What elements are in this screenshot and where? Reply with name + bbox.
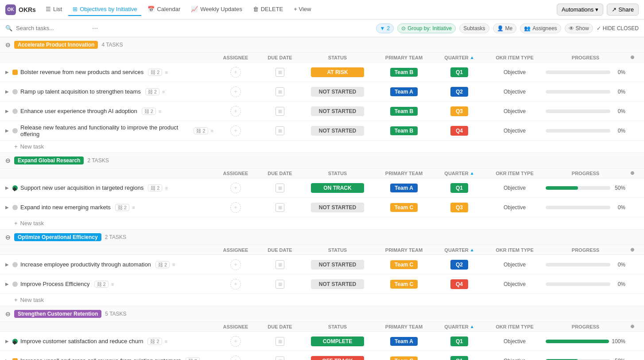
task-menu-icon[interactable]: ≡ bbox=[165, 339, 167, 344]
due-date-picker[interactable]: ▦ bbox=[275, 107, 284, 116]
section-toggle[interactable]: ⊖ bbox=[5, 157, 11, 164]
due-date-picker[interactable]: ▦ bbox=[275, 87, 284, 96]
tab-delete[interactable]: 🗑 DELETE bbox=[248, 3, 288, 16]
quarter-badge[interactable]: Q1 bbox=[450, 67, 468, 77]
due-date-picker[interactable]: ▦ bbox=[275, 68, 284, 77]
task-subtask-count[interactable]: ⛓ 2 bbox=[94, 281, 109, 288]
section-toggle[interactable]: ⊖ bbox=[5, 234, 11, 241]
assignee-avatar[interactable]: + bbox=[230, 86, 241, 97]
team-badge[interactable]: Team A bbox=[390, 337, 418, 346]
quarter-badge[interactable]: Q2 bbox=[450, 260, 468, 270]
team-badge[interactable]: Team A bbox=[390, 87, 418, 96]
status-badge[interactable]: ON TRACK bbox=[311, 183, 364, 193]
task-subtask-count[interactable]: ⛓ 2 bbox=[194, 127, 208, 134]
due-date-picker[interactable]: ▦ bbox=[275, 203, 284, 212]
team-badge[interactable]: Team A bbox=[390, 184, 418, 192]
expand-arrow[interactable]: ▶ bbox=[5, 339, 9, 344]
task-menu-icon[interactable]: ≡ bbox=[111, 282, 114, 287]
task-subtask-count[interactable]: ⛓ 2 bbox=[147, 338, 162, 345]
task-subtask-count[interactable]: ⛓ 2 bbox=[148, 184, 162, 192]
assignee-avatar[interactable]: + bbox=[230, 67, 241, 78]
status-badge[interactable]: NOT STARTED bbox=[311, 87, 364, 97]
assignee-avatar[interactable]: + bbox=[230, 106, 241, 117]
status-badge[interactable]: NOT STARTED bbox=[311, 260, 364, 270]
col-add[interactable]: ⊕ bbox=[625, 247, 639, 253]
quarter-badge[interactable]: Q3 bbox=[450, 106, 468, 116]
expand-arrow[interactable]: ▶ bbox=[5, 89, 9, 94]
new-task-button[interactable]: + New task bbox=[0, 141, 644, 153]
expand-arrow[interactable]: ▶ bbox=[5, 262, 9, 267]
col-add[interactable]: ⊕ bbox=[625, 55, 639, 60]
group-by-chip[interactable]: ⊙ Group by: Initiative bbox=[397, 23, 456, 33]
new-task-button[interactable]: + New task bbox=[0, 217, 644, 230]
task-title[interactable]: Expand into new emerging markets bbox=[20, 204, 111, 211]
team-badge[interactable]: Team C bbox=[390, 280, 418, 289]
task-title[interactable]: Increase upsell and cross-sell revenue f… bbox=[20, 357, 181, 360]
status-badge[interactable]: NOT STARTED bbox=[311, 126, 364, 136]
due-date-picker[interactable]: ▦ bbox=[275, 260, 284, 269]
assignee-avatar[interactable]: + bbox=[230, 202, 241, 213]
share-button[interactable]: ↗ Share bbox=[607, 4, 639, 16]
due-date-picker[interactable]: ▦ bbox=[275, 126, 284, 135]
quarter-badge[interactable]: Q2 bbox=[450, 87, 468, 97]
task-subtask-count[interactable]: ⛓ 2 bbox=[142, 108, 156, 115]
subtasks-chip[interactable]: Subtasks bbox=[459, 23, 489, 33]
task-menu-icon[interactable]: ≡ bbox=[162, 89, 165, 94]
task-menu-icon[interactable]: ≡ bbox=[172, 262, 175, 267]
task-title[interactable]: Ramp up talent acquisition to strengthen… bbox=[20, 88, 141, 95]
task-title[interactable]: Improve Process Efficiency bbox=[20, 281, 90, 287]
tab-list[interactable]: ☰ List bbox=[41, 3, 66, 16]
show-chip[interactable]: 👁 Show bbox=[565, 23, 593, 33]
quarter-badge[interactable]: Q1 bbox=[450, 356, 468, 360]
section-toggle[interactable]: ⊖ bbox=[5, 41, 11, 48]
quarter-badge[interactable]: Q4 bbox=[450, 126, 468, 136]
assignee-avatar[interactable]: + bbox=[230, 336, 241, 347]
status-badge[interactable]: OFF TRACK bbox=[311, 356, 364, 360]
status-badge[interactable]: NOT STARTED bbox=[311, 279, 364, 289]
me-chip[interactable]: 👤 Me bbox=[493, 23, 517, 33]
quarter-badge[interactable]: Q4 bbox=[450, 279, 468, 289]
team-badge[interactable]: Team B bbox=[390, 107, 418, 116]
section-toggle[interactable]: ⊖ bbox=[5, 310, 11, 317]
assignees-chip[interactable]: 👥 Assignees bbox=[520, 23, 561, 33]
tab-calendar[interactable]: 📅 Calendar bbox=[143, 3, 185, 16]
expand-arrow[interactable]: ▶ bbox=[5, 109, 9, 113]
status-badge[interactable]: COMPLETE bbox=[311, 337, 364, 346]
task-title[interactable]: Support new user acquisition in targeted… bbox=[20, 184, 144, 191]
team-badge[interactable]: Team B bbox=[390, 126, 418, 135]
expand-arrow[interactable]: ▶ bbox=[5, 282, 9, 286]
task-subtask-count[interactable]: ⛓ 2 bbox=[186, 357, 200, 360]
task-title[interactable]: Increase employee productivity through a… bbox=[20, 261, 151, 268]
task-title[interactable]: Improve customer satisfaction and reduce… bbox=[20, 338, 143, 344]
hide-closed-toggle[interactable]: ✓ HIDE CLOSED bbox=[597, 25, 639, 31]
task-menu-icon[interactable]: ≡ bbox=[132, 205, 135, 210]
due-date-picker[interactable]: ▦ bbox=[275, 184, 284, 192]
task-menu-icon[interactable]: ≡ bbox=[165, 70, 167, 75]
tab-weekly-updates[interactable]: 📈 Weekly Updates bbox=[186, 3, 246, 16]
filter-count-chip[interactable]: ▼ 2 bbox=[376, 23, 394, 33]
due-date-picker[interactable]: ▦ bbox=[275, 356, 284, 360]
due-date-picker[interactable]: ▦ bbox=[275, 337, 284, 346]
tab-objectives-by-initiative[interactable]: ⊞ Objectives by Initiative bbox=[68, 3, 141, 16]
quarter-badge[interactable]: Q1 bbox=[450, 183, 468, 193]
col-add[interactable]: ⊕ bbox=[625, 324, 639, 329]
tab-add-view[interactable]: + View bbox=[289, 3, 315, 16]
assignee-avatar[interactable]: + bbox=[230, 356, 241, 360]
status-badge[interactable]: NOT STARTED bbox=[311, 203, 364, 212]
quarter-badge[interactable]: Q1 bbox=[450, 337, 468, 346]
quarter-badge[interactable]: Q3 bbox=[450, 203, 468, 212]
expand-arrow[interactable]: ▶ bbox=[5, 70, 9, 74]
automations-button[interactable]: Automations ▾ bbox=[557, 4, 603, 16]
task-subtask-count[interactable]: ⛓ 2 bbox=[148, 69, 162, 76]
task-subtask-count[interactable]: ⛓ 2 bbox=[145, 88, 159, 95]
assignee-avatar[interactable]: + bbox=[230, 183, 241, 193]
task-subtask-count[interactable]: ⛓ 2 bbox=[115, 204, 129, 211]
team-badge[interactable]: Team C bbox=[390, 260, 418, 269]
assignee-avatar[interactable]: + bbox=[230, 259, 241, 270]
team-badge[interactable]: Team B bbox=[390, 68, 418, 77]
expand-arrow[interactable]: ▶ bbox=[5, 185, 9, 190]
assignee-avatar[interactable]: + bbox=[230, 125, 241, 136]
task-title[interactable]: Bolster revenue from new products and se… bbox=[20, 69, 144, 75]
assignee-avatar[interactable]: + bbox=[230, 279, 241, 290]
task-title[interactable]: Enhance user experience through AI adopt… bbox=[20, 108, 137, 114]
